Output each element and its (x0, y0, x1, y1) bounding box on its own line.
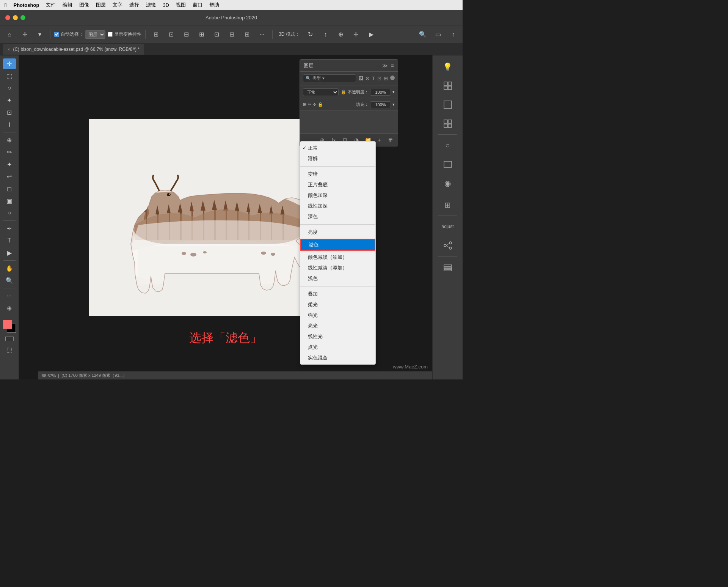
text-tool[interactable]: T (3, 235, 16, 246)
filter-shape-icon[interactable]: ⊡ (377, 76, 381, 81)
transform-check[interactable]: 显示变换控件 (108, 31, 141, 38)
eraser-tool[interactable]: ◻ (3, 183, 16, 194)
circle-panel-btn[interactable]: ◉ (439, 175, 456, 192)
fill-value[interactable]: 100% (370, 101, 391, 108)
menu-file[interactable]: 文件 (46, 2, 56, 8)
clone-stamp[interactable]: ✦ (3, 159, 16, 170)
pen-tool[interactable]: ✒ (3, 223, 16, 234)
blend-darker-color[interactable]: 深色 (300, 211, 375, 222)
3d-zoom[interactable]: ⊕ (334, 29, 347, 40)
filter-search[interactable]: 🔍 类型 ▾ (303, 74, 356, 82)
screen-mode-btn[interactable]: ⬚ (3, 344, 16, 355)
fullscreen-button[interactable] (20, 15, 25, 20)
blend-mode-dropdown[interactable]: 正常 (303, 88, 339, 96)
extra-tools[interactable]: ··· (3, 291, 16, 301)
filter-smart-icon[interactable]: ⊞ (384, 76, 388, 81)
brush-tool[interactable]: ✏ (3, 147, 16, 157)
layers-expand-icon[interactable]: ≫ (382, 63, 388, 69)
document-tab[interactable]: × (C) bison_downloadable-asset.psd @ 66.… (3, 44, 144, 55)
layers-menu-icon[interactable]: ≡ (391, 63, 394, 69)
fill-dropdown-icon[interactable]: ▾ (392, 102, 395, 107)
layers-icon-btn[interactable]: ⊞ (439, 197, 456, 213)
crop-tool[interactable]: ⊡ (3, 107, 16, 118)
panel-3-btn[interactable] (439, 96, 456, 113)
blend-linear-light[interactable]: 线性光 (300, 331, 375, 342)
blend-pin-light[interactable]: 点光 (300, 342, 375, 353)
search-btn[interactable]: 🔍 (416, 29, 429, 40)
lasso-tool[interactable]: ○ (3, 83, 16, 93)
blend-vivid-light[interactable]: 亮光 (300, 321, 375, 331)
square-panel-btn[interactable] (439, 156, 456, 173)
layer-new-btn[interactable]: + (375, 136, 383, 144)
learn-panel-btn[interactable]: 💡 (439, 58, 456, 75)
blend-lighten[interactable]: 亮度 (300, 227, 375, 238)
blend-normal[interactable]: 正常 (300, 143, 375, 153)
more-options[interactable]: ··· (256, 29, 268, 40)
distribute[interactable]: ⊞ (240, 29, 253, 40)
hand-tool[interactable]: ✋ (3, 263, 16, 274)
gradient-tool[interactable]: ▣ (3, 195, 16, 206)
blend-darken[interactable]: 变暗 (300, 169, 375, 179)
3d-rotate[interactable]: ↻ (304, 29, 317, 40)
history-brush[interactable]: ↩ (3, 171, 16, 182)
align-left[interactable]: ⊞ (149, 29, 162, 40)
blend-linear-burn[interactable]: 线性加深 (300, 201, 375, 211)
filter-adjust-icon[interactable]: ⊙ (366, 76, 370, 81)
blend-hard-light[interactable]: 强光 (300, 310, 375, 321)
blend-lighter-color[interactable]: 浅色 (300, 273, 375, 284)
lock-position-icon[interactable]: ✛ (313, 102, 316, 107)
blend-overlay[interactable]: 叠加 (300, 289, 375, 299)
menu-help[interactable]: 帮助 (209, 2, 219, 8)
lock-transparent-icon[interactable]: ⊞ (303, 102, 306, 107)
zoom-tool[interactable]: 🔍 (3, 275, 16, 286)
filter-active-dot[interactable] (390, 76, 395, 80)
3d-camera[interactable]: ▶ (365, 29, 378, 40)
stack-layers-btn[interactable] (439, 259, 456, 275)
blend-hard-mix[interactable]: 实色混合 (300, 353, 375, 363)
blend-multiply[interactable]: 正片叠底 (300, 179, 375, 190)
filter-dropdown-icon[interactable]: ▾ (322, 76, 325, 81)
align-top[interactable]: ⊞ (195, 29, 208, 40)
apple-menu[interactable]:  (5, 2, 6, 8)
share-btn[interactable]: ↑ (447, 29, 460, 40)
menu-filter[interactable]: 滤镜 (146, 2, 156, 8)
adjust-icon-btn[interactable]: adjust (439, 218, 456, 235)
auto-select-dropdown[interactable]: 图层 (85, 30, 105, 39)
marquee-tool[interactable]: ⬚ (3, 71, 16, 81)
menu-window[interactable]: 窗口 (193, 2, 202, 8)
layer-delete-btn[interactable]: 🗑 (386, 136, 395, 144)
menu-select[interactable]: 选择 (129, 2, 139, 8)
filter-type-icon[interactable]: T (372, 76, 375, 81)
healing-brush[interactable]: ⊕ (3, 135, 16, 145)
menu-view[interactable]: 视图 (176, 2, 186, 8)
menu-photoshop[interactable]: Photoshop (13, 2, 39, 8)
close-button[interactable] (5, 15, 10, 20)
menu-text[interactable]: 文字 (113, 2, 122, 8)
3d-pan[interactable]: ↕ (319, 29, 332, 40)
menu-3d[interactable]: 3D (163, 2, 169, 8)
tab-close-btn[interactable]: × (8, 47, 10, 52)
workspaces-btn[interactable]: ▭ (431, 29, 444, 40)
menu-layer[interactable]: 图层 (96, 2, 106, 8)
lock-paint-icon[interactable]: ✏ (308, 102, 311, 107)
panel-4-btn[interactable] (439, 115, 456, 132)
menu-image[interactable]: 图像 (79, 2, 89, 8)
lock-all-icon[interactable]: 🔒 (318, 102, 323, 107)
align-bottom[interactable]: ⊟ (225, 29, 238, 40)
filter-pixel-icon[interactable]: 🖼 (358, 76, 363, 81)
light-panel-btn[interactable]: ○ (439, 137, 456, 154)
3d-move[interactable]: ✛ (350, 29, 362, 40)
move-dropdown[interactable]: ▾ (33, 29, 46, 40)
align-center-v[interactable]: ⊡ (210, 29, 223, 40)
home-button[interactable]: ⌂ (3, 29, 16, 40)
move-tool[interactable]: ✛ (3, 58, 16, 69)
foreground-swatch[interactable] (3, 320, 12, 329)
blend-color-burn[interactable]: 颜色加深 (300, 190, 375, 201)
move-tool-btn[interactable]: ✛ (18, 29, 31, 40)
blend-dissolve[interactable]: 溶解 (300, 153, 375, 164)
opacity-dropdown-icon[interactable]: ▾ (392, 90, 395, 94)
auto-select-check[interactable]: 自动选择： 图层 (54, 30, 105, 39)
minimize-button[interactable] (13, 15, 18, 20)
blend-color-dodge[interactable]: 颜色减淡（添加） (300, 252, 375, 263)
dodge-tool[interactable]: ○ (3, 208, 16, 218)
